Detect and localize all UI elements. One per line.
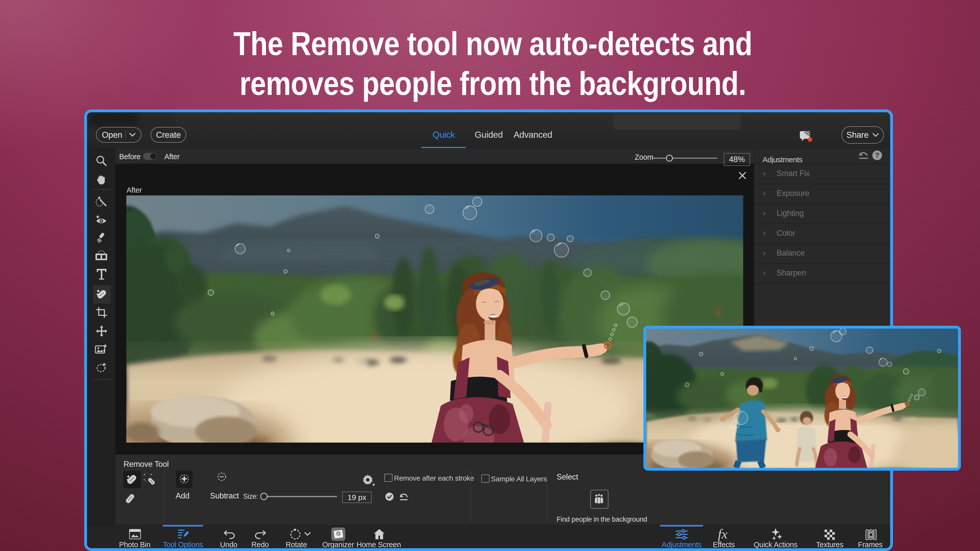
svg-text:?: ? <box>875 151 879 159</box>
